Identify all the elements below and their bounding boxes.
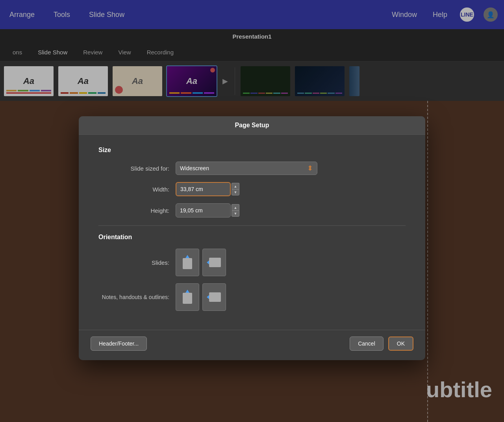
notes-label: Notes, handouts & outlines: <box>98 294 169 300</box>
svg-rect-4 <box>183 293 192 304</box>
section-divider-1 <box>98 225 406 226</box>
portrait-page-icon <box>182 255 193 270</box>
notes-portrait-button[interactable] <box>176 283 199 311</box>
notes-landscape-button[interactable] <box>202 283 226 311</box>
page-setup-dialog: Page Setup Size Slide sized for: Widescr… <box>79 116 425 360</box>
notes-landscape-icon <box>207 291 222 303</box>
svg-marker-3 <box>207 260 209 264</box>
height-increment-button[interactable]: ▲ <box>232 204 239 210</box>
width-input[interactable] <box>180 186 216 192</box>
dialog-body: Size Slide sized for: Widescreen ⬍ Width… <box>79 135 425 330</box>
width-label: Width: <box>98 186 169 193</box>
slide-sized-for-row: Slide sized for: Widescreen ⬍ <box>98 162 406 175</box>
select-arrows-icon: ⬍ <box>307 164 313 173</box>
height-stepper: ▲ ▼ <box>232 204 239 217</box>
dialog-overlay: Page Setup Size Slide sized for: Widescr… <box>0 0 504 422</box>
landscape-page-icon <box>207 257 222 268</box>
width-row: Width: ▲ ▼ <box>98 182 406 196</box>
height-decrement-button[interactable]: ▼ <box>232 210 239 217</box>
width-increment-button[interactable]: ▲ <box>232 183 239 189</box>
slides-portrait-button[interactable] <box>176 249 199 276</box>
slide-sized-for-label: Slide sized for: <box>98 165 169 172</box>
notes-orientation-row: Notes, handouts & outlines: <box>98 283 406 311</box>
width-input-container <box>176 182 231 196</box>
svg-rect-0 <box>183 258 192 269</box>
header-footer-button[interactable]: Header/Footer... <box>91 336 147 351</box>
height-input[interactable] <box>180 207 215 214</box>
size-section-title: Size <box>98 147 406 154</box>
slide-sized-for-select[interactable]: Widescreen ⬍ <box>176 162 317 175</box>
slides-label: Slides: <box>98 259 169 266</box>
svg-marker-7 <box>207 295 209 299</box>
width-stepper: ▲ ▼ <box>232 183 239 195</box>
width-decrement-button[interactable]: ▼ <box>232 189 239 195</box>
dialog-footer: Header/Footer... Cancel OK <box>79 330 425 360</box>
notes-portrait-icon <box>182 290 193 305</box>
svg-rect-2 <box>209 258 221 267</box>
svg-marker-5 <box>185 290 189 293</box>
cancel-button[interactable]: Cancel <box>350 336 384 351</box>
dialog-header: Page Setup <box>79 116 425 135</box>
slide-sized-for-value: Widescreen <box>180 165 307 171</box>
orientation-section-title: Orientation <box>98 234 406 241</box>
ok-button[interactable]: OK <box>388 336 413 351</box>
height-row: Height: ▲ ▼ <box>98 203 406 218</box>
slides-orientation-row: Slides: <box>98 249 406 276</box>
height-label: Height: <box>98 207 169 214</box>
svg-marker-1 <box>185 255 189 258</box>
height-input-container <box>176 203 231 218</box>
dialog-title: Page Setup <box>235 122 269 128</box>
svg-rect-6 <box>209 292 221 302</box>
slides-landscape-button[interactable] <box>202 249 226 276</box>
